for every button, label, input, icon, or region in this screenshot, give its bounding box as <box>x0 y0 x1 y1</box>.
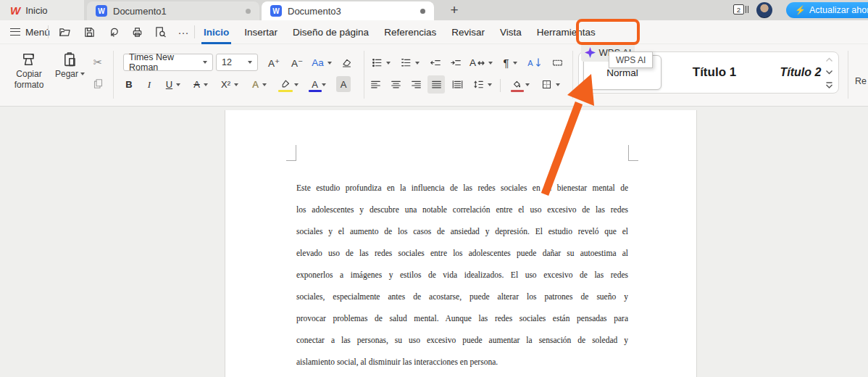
chevron-down-icon <box>525 83 530 86</box>
distribute-button[interactable] <box>448 75 467 94</box>
borders-button[interactable] <box>538 75 564 94</box>
change-case-button[interactable]: Aa <box>309 54 335 72</box>
increase-indent-button[interactable] <box>446 54 465 72</box>
tab-documento3[interactable]: W Documento3 <box>262 1 434 20</box>
chevron-down-icon <box>488 83 492 86</box>
clipboard-icon <box>62 50 79 69</box>
truncated-label: Re <box>855 76 867 86</box>
window-stack-icon <box>746 6 748 13</box>
style-label: Título 2 <box>780 66 822 79</box>
expand-gallery-icon[interactable] <box>825 82 833 89</box>
print-button[interactable] <box>128 23 146 41</box>
sort-button[interactable]: A <box>525 54 545 72</box>
shading-button[interactable] <box>507 75 533 94</box>
tab-herramientas[interactable]: Herramientas <box>535 20 598 44</box>
margin-mark-icon <box>628 145 638 161</box>
superscript-button[interactable]: X² <box>216 75 243 94</box>
chevron-down-icon <box>203 61 207 64</box>
open-file-button[interactable] <box>55 23 74 41</box>
chevron-down-icon <box>80 72 85 75</box>
tab-inicio[interactable]: Inicio <box>201 20 231 44</box>
scroll-up-icon[interactable] <box>825 57 833 62</box>
strikethrough-button[interactable]: A <box>188 75 213 94</box>
writer-doc-icon: W <box>270 5 282 17</box>
document-page[interactable]: Este estudio profundiza en la influencia… <box>225 110 697 377</box>
tab-referencias[interactable]: Referencias <box>382 20 438 44</box>
clear-format-button[interactable] <box>336 54 356 72</box>
text-line: Este estudio profundiza en la influencia… <box>296 177 628 199</box>
undo-icon <box>108 26 120 38</box>
bold-button[interactable]: B <box>120 75 138 94</box>
text-line: elevado uso de las redes sociales entre … <box>296 242 628 264</box>
cut-button[interactable]: ✂ <box>88 54 107 71</box>
save-button[interactable] <box>80 23 99 41</box>
align-right-button[interactable] <box>407 75 425 94</box>
tab-label: Documento1 <box>113 6 167 17</box>
text-line: conectar a las personas, su uso excesivo… <box>296 329 628 351</box>
undo-button[interactable] <box>104 23 123 41</box>
tab-label: Documento3 <box>288 6 341 17</box>
highlighter-icon <box>280 79 291 90</box>
tab-diseno-de-pagina[interactable]: Diseño de página <box>291 20 371 44</box>
dashed-box-icon <box>552 57 563 68</box>
increase-font-button[interactable]: A⁺ <box>264 54 284 72</box>
more-commands-button[interactable]: ··· <box>174 23 193 41</box>
copy-button[interactable] <box>88 75 107 92</box>
ribbon-tab-row: Menú ··· Inicio Insertar Diseño de págin… <box>0 20 868 44</box>
tooltip-text: WPS AI <box>616 55 646 65</box>
line-spacing-button[interactable] <box>470 75 496 94</box>
scroll-down-icon[interactable] <box>825 70 833 75</box>
chevron-down-icon <box>294 83 299 86</box>
chevron-down-icon <box>204 83 208 86</box>
bullet-list-button[interactable] <box>368 54 394 72</box>
menu-label: Menú <box>25 27 50 38</box>
divider <box>572 51 573 99</box>
character-shading-icon: A <box>341 79 347 90</box>
style-titulo-1[interactable]: Título 1 <box>672 52 757 93</box>
tab-marks-button[interactable] <box>546 54 568 72</box>
shading-color-swatch <box>511 90 524 93</box>
decrease-indent-button[interactable] <box>426 54 445 72</box>
divider <box>194 25 195 38</box>
align-left-button[interactable] <box>367 75 384 94</box>
numbered-list-button[interactable] <box>397 54 423 72</box>
justify-button[interactable] <box>427 75 445 94</box>
font-size-select[interactable]: 12 <box>216 54 258 71</box>
align-center-button[interactable] <box>387 75 404 94</box>
pilcrow-icon: ¶ <box>503 57 509 69</box>
new-tab-button[interactable]: + <box>443 0 465 20</box>
character-shading-button[interactable]: A <box>336 76 351 92</box>
titlebar: W Inicio W Documento1 W Documento3 + 2 ⚡… <box>0 0 868 20</box>
format-painter-button[interactable]: Copiar formato <box>7 50 51 91</box>
text-tools-button[interactable]: A <box>468 54 494 72</box>
underline-button[interactable]: U <box>161 75 185 94</box>
font-size-value: 12 <box>222 57 232 67</box>
font-color-button[interactable]: A <box>306 75 332 94</box>
text-tools-icon: A <box>470 57 476 68</box>
wps-ai-tooltip: WPS AI <box>609 51 653 68</box>
update-button[interactable]: ⚡ Actualizar ahora <box>786 2 868 18</box>
text-effects-icon: A <box>252 79 259 90</box>
chevron-down-icon <box>248 61 252 64</box>
menu-button[interactable]: Menú <box>6 20 54 44</box>
document-text[interactable]: Este estudio profundiza en la influencia… <box>296 177 628 373</box>
paste-button[interactable]: Pegar <box>55 50 85 79</box>
avatar[interactable] <box>756 2 772 18</box>
truncated-replace-button[interactable]: Re <box>855 76 867 86</box>
text-effects-button[interactable]: A <box>246 75 272 94</box>
tab-revisar[interactable]: Revisar <box>449 20 487 44</box>
window-count-badge[interactable]: 2 <box>733 4 748 14</box>
italic-button[interactable]: I <box>141 75 158 94</box>
chevron-down-icon <box>234 83 238 86</box>
font-name-select[interactable]: Times New Roman <box>123 54 213 71</box>
tab-documento1[interactable]: W Documento1 <box>87 1 259 20</box>
home-tab[interactable]: W Inicio <box>0 0 84 20</box>
chevron-down-icon <box>556 83 560 86</box>
tab-insertar[interactable]: Insertar <box>242 20 280 44</box>
tab-vista[interactable]: Vista <box>498 20 524 44</box>
decrease-font-icon: A⁻ <box>291 57 303 69</box>
decrease-font-button[interactable]: A⁻ <box>287 54 307 72</box>
paragraph-marks-button[interactable]: ¶ <box>498 54 522 72</box>
highlight-color-button[interactable] <box>275 75 303 94</box>
print-preview-button[interactable] <box>151 23 170 41</box>
